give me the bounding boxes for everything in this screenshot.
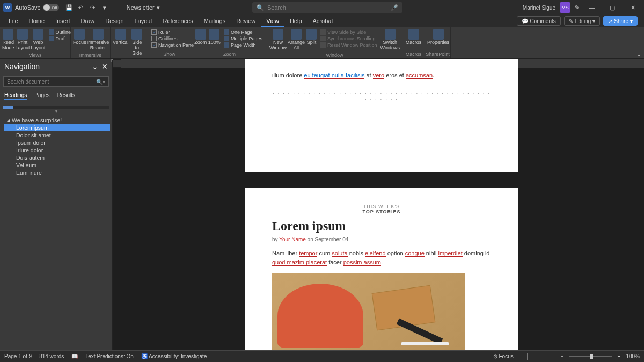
save-icon[interactable]: 💾 <box>63 2 75 13</box>
redo-icon[interactable]: ↷ <box>87 2 99 13</box>
autosave-toggle[interactable]: Off <box>43 4 59 11</box>
page-indicator[interactable]: Page 1 of 9 <box>4 353 32 359</box>
focus-button[interactable]: Focus <box>73 28 86 46</box>
tab-home[interactable]: Home <box>24 15 50 27</box>
share-button[interactable]: ↗ Share ▾ <box>603 16 638 26</box>
zoom-out-button[interactable]: − <box>561 353 564 359</box>
print-layout-view-icon[interactable] <box>519 353 528 360</box>
macros-button[interactable]: Macros <box>405 28 422 46</box>
page-width-button[interactable]: Page Width <box>224 42 262 48</box>
search-input[interactable]: 🔍 Search 🎤 <box>252 2 402 13</box>
tab-references[interactable]: References <box>158 15 199 27</box>
outline-item[interactable]: Iriure dolor <box>4 146 110 154</box>
nav-chevron-icon[interactable]: ⌄ <box>92 62 98 71</box>
mic-icon[interactable]: 🎤 <box>391 4 398 11</box>
tab-review[interactable]: Review <box>231 15 261 27</box>
tab-design[interactable]: Design <box>100 15 129 27</box>
user-avatar[interactable]: MS <box>560 2 570 13</box>
zoom-100-button[interactable]: 100% <box>208 28 220 46</box>
nav-position-bar[interactable] <box>3 106 109 109</box>
undo-icon[interactable]: ↶ <box>75 2 87 13</box>
accessibility-status[interactable]: ♿ Accessibility: Investigate <box>141 353 207 359</box>
tab-layout[interactable]: Layout <box>129 15 158 27</box>
title-bar: W AutoSave Off 💾 ↶ ↷ ▾ Newsletter▾ 🔍 Sea… <box>0 0 644 15</box>
draft-button[interactable]: Draft <box>49 36 71 41</box>
outline-button[interactable]: Outline <box>49 29 71 35</box>
ribbon: Read Mode Print Layout Web Layout Outlin… <box>0 27 644 59</box>
read-mode-view-icon[interactable] <box>533 353 541 360</box>
document-name[interactable]: Newsletter▾ <box>127 4 160 11</box>
nav-tab-results[interactable]: Results <box>57 92 75 100</box>
multiple-pages-button[interactable]: Multiple Pages <box>224 36 262 41</box>
editing-mode-button[interactable]: ✎ Editing ▾ <box>564 16 601 26</box>
word-count[interactable]: 814 words <box>39 353 64 359</box>
tab-view[interactable]: View <box>261 15 284 27</box>
ruler-corner <box>113 59 121 68</box>
nav-tab-headings[interactable]: Headings <box>4 92 27 100</box>
focus-mode-button[interactable]: ⊙ Focus <box>493 353 514 359</box>
zoom-in-button[interactable]: + <box>618 353 621 359</box>
outline-item[interactable]: Eum iriure <box>4 169 110 176</box>
divider-dots: · · · · · · · · · · · · · · · · · · · · … <box>272 91 491 102</box>
zoom-level[interactable]: 100% <box>626 353 640 359</box>
collapse-ribbon-button[interactable]: ⌄ <box>636 51 641 57</box>
outline-item[interactable]: Vel eum <box>4 161 110 169</box>
one-page-button[interactable]: One Page <box>224 29 262 35</box>
kicker: THIS WEEK'STOP STORIES <box>272 204 491 215</box>
ruler-checkbox[interactable]: ✓Ruler <box>151 29 194 35</box>
close-button[interactable]: ✕ <box>625 0 641 15</box>
status-bar: Page 1 of 9 814 words 📖 Text Predictions… <box>0 350 644 362</box>
web-layout-view-icon[interactable] <box>547 353 555 360</box>
outline-item[interactable]: Duis autem <box>4 154 110 161</box>
switch-windows-button[interactable]: Switch Windows <box>380 28 400 51</box>
new-window-button[interactable]: New Window <box>269 28 287 51</box>
outline-item[interactable]: Ipsum dolor <box>4 139 110 146</box>
qat-customize-icon[interactable]: ▾ <box>99 2 111 13</box>
tab-insert[interactable]: Insert <box>50 15 76 27</box>
outline-item[interactable]: Dolor sit amet <box>4 131 110 139</box>
navigation-pane: Navigation ⌄ ✕ Search document 🔍▾ Headin… <box>0 59 113 357</box>
zoom-button[interactable]: Zoom <box>194 28 207 46</box>
properties-button[interactable]: Properties <box>427 28 449 46</box>
nav-search-input[interactable]: Search document 🔍▾ <box>3 76 109 87</box>
ribbon-tabs: File Home Insert Draw Design Layout Refe… <box>0 15 644 27</box>
body-text: illum dolore eu feugiat nulla facilisis … <box>272 71 491 80</box>
immersive-reader-button[interactable]: Immersive Reader <box>87 28 109 51</box>
print-layout-button[interactable]: Print Layout <box>16 28 30 51</box>
coming-soon-icon[interactable]: ✎ <box>575 4 580 11</box>
minimize-button[interactable]: — <box>584 0 600 15</box>
maximize-button[interactable]: ▢ <box>604 0 620 15</box>
tab-file[interactable]: File <box>3 15 24 27</box>
article-image[interactable] <box>272 273 465 351</box>
vertical-button[interactable]: Vertical <box>113 28 129 46</box>
page[interactable]: illum dolore eu feugiat nulla facilisis … <box>245 59 518 172</box>
tab-mailings[interactable]: Mailings <box>199 15 231 27</box>
nav-pane-checkbox[interactable]: ✓Navigation Pane <box>151 42 194 48</box>
page[interactable]: THIS WEEK'STOP STORIES Lorem ipsum by Yo… <box>245 188 518 357</box>
document-area[interactable]: illum dolore eu feugiat nulla facilisis … <box>113 59 644 357</box>
tab-acrobat[interactable]: Acrobat <box>308 15 339 27</box>
body-text: Nam liber tempor cum soluta nobis eleife… <box>272 249 491 267</box>
sync-scroll-button: Synchronous Scrolling <box>320 36 377 41</box>
gridlines-checkbox[interactable]: Gridlines <box>151 36 194 41</box>
zoom-slider[interactable] <box>569 356 612 357</box>
chevron-down-icon: ▾ <box>157 4 160 11</box>
view-side-by-side-button: View Side by Side <box>320 29 377 35</box>
autosave-label: AutoSave <box>15 4 41 11</box>
tab-draw[interactable]: Draw <box>76 15 100 27</box>
spellcheck-icon[interactable]: 📖 <box>71 353 78 359</box>
text-predictions[interactable]: Text Predictions: On <box>85 353 133 359</box>
read-mode-button[interactable]: Read Mode <box>2 28 14 51</box>
arrange-all-button[interactable]: Arrange All <box>288 28 305 51</box>
web-layout-button[interactable]: Web Layout <box>31 28 46 51</box>
word-icon: W <box>3 3 12 12</box>
comments-button[interactable]: 💬 Comments <box>517 16 560 26</box>
search-icon: 🔍 <box>257 4 264 11</box>
outline-item[interactable]: Lorem ipsum <box>4 124 110 131</box>
nav-close-icon[interactable]: ✕ <box>101 62 108 71</box>
tab-help[interactable]: Help <box>284 15 308 27</box>
outline-root[interactable]: ◢We have a surprise! <box>4 116 110 124</box>
split-button[interactable]: Split <box>306 28 317 46</box>
nav-tab-pages[interactable]: Pages <box>34 92 49 100</box>
side-to-side-button[interactable]: Side to Side <box>130 28 144 56</box>
